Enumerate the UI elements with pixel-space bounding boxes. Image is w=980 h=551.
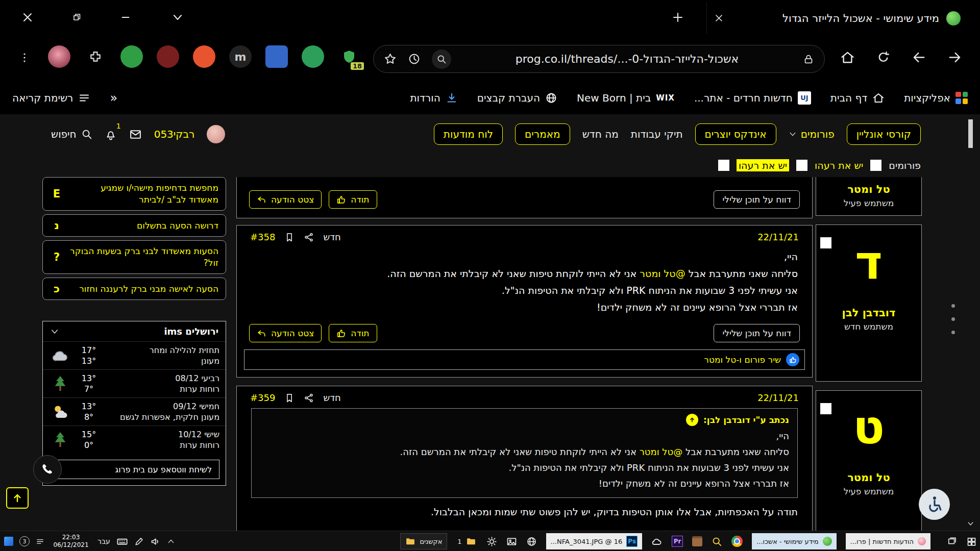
address-bar[interactable]: prog.co.il/threads/...-0-אשכול-הלייזר-הג… [373,45,825,73]
breadcrumb-link[interactable]: יש את רעהו [815,160,863,171]
thanks-button[interactable]: תודה [329,190,377,209]
tab-close-icon[interactable] [714,13,724,23]
search-icon[interactable] [432,49,451,69]
home-button[interactable] [840,50,855,65]
taskbar-active-window[interactable]: מידע שימושי - אשכו... [752,533,836,549]
member-avatar-letter[interactable]: ט [816,402,921,453]
extension-icon-6[interactable] [265,45,288,68]
taskbar-photos-icon[interactable] [506,536,517,547]
accessibility-button[interactable] [919,489,950,520]
taskbar-sun-icon[interactable] [486,536,497,547]
alerts-bell-icon[interactable]: 1 [105,128,117,140]
extension-icon-4[interactable] [193,45,215,68]
similar-thread[interactable]: מחפשת בדחיפות מישהי/ו שמגיע מאשדוד לב"ב … [42,177,226,211]
back-button[interactable] [912,50,926,65]
taskbar-folder-one[interactable]: 1 [456,533,477,549]
scrollbar-thumb[interactable] [968,119,973,148]
bookmark-downloads[interactable]: הורדות [410,92,457,104]
post-date[interactable]: 22/11/21 [757,392,799,403]
browser-tab[interactable]: מידע שימושי - אשכול הלייזר הגדול [706,2,968,34]
nav-whats-new[interactable]: מה חדש [582,128,619,140]
scroll-to-top-button[interactable] [6,487,29,509]
clock[interactable]: 22:03 06/12/2021 [51,534,91,549]
quote-button[interactable]: צטט הודעה [249,324,322,342]
user-avatar[interactable] [207,125,225,143]
window-menu-chevron-icon[interactable] [163,0,192,34]
thread-title[interactable]: מחפשת בדחיפות מישהי/ו שמגיע מאשדוד לב"ב … [68,182,218,206]
similar-thread[interactable]: דרושה הסעה בתשלום נ [42,214,226,237]
language-indicator[interactable]: עבר [97,537,110,545]
window-close-button[interactable] [13,0,42,34]
bookmarks-overflow-chevron[interactable]: « [110,91,117,105]
nav-creators-index[interactable]: אינדקס יוצרים [695,123,776,145]
bookmark-newborn[interactable]: WIX New Born | בית [577,92,675,104]
breadcrumb-link-highlighted[interactable]: יש את רעהו [737,159,789,171]
similar-thread[interactable]: הסעות מאשדוד לבני ברק בשעות הבוקר זול? ? [42,240,226,274]
page-scrollbar[interactable] [967,114,975,531]
share-icon[interactable] [304,393,314,403]
scrollbar-down-icon[interactable] [967,520,974,528]
user-mention[interactable]: @טל ומטר [640,446,683,457]
go-to-quote-icon[interactable] [686,414,698,426]
similar-thread[interactable]: הסעה לאישה מבני ברק לרעננה וחזור כ [42,278,226,300]
extensions-puzzle-icon[interactable] [84,45,107,68]
member-name[interactable]: דובדבן לבן [816,307,921,319]
pen-icon[interactable] [134,537,144,546]
quote-author[interactable]: נכתב ע"י דובדבן לבן: [703,415,789,425]
history-icon[interactable] [408,53,421,65]
member-name[interactable]: טל ומטר [816,471,921,484]
bookmark-icon[interactable] [284,232,295,242]
bookmark-apps[interactable]: אפליקציות [904,92,968,104]
reaction-bar[interactable]: שיר פורום ו-טל ומטר [244,349,805,370]
keyboard-icon[interactable] [116,536,128,547]
extension-icon-5[interactable]: m [229,45,252,68]
nav-online-courses[interactable]: קורסי אונליין [847,123,921,145]
bookmark-star-icon[interactable] [384,53,397,65]
adblock-shield-icon[interactable]: 18 [338,45,360,68]
post-date[interactable]: 22/11/21 [757,232,799,242]
taskbar-cloud-icon[interactable] [651,536,663,547]
page-dots[interactable] [951,304,955,334]
thanks-button[interactable]: תודה [329,324,377,342]
bookmark-home[interactable]: דף הבית [830,92,885,104]
taskbar-box-icon[interactable] [692,536,702,546]
reaction-users[interactable]: שיר פורום ו-טל ומטר [704,355,781,365]
nav-articles[interactable]: מאמרים [515,123,570,145]
member-name[interactable]: טל ומטר [816,183,921,195]
new-tab-button[interactable] [664,0,692,34]
task-view-icon[interactable] [947,536,957,546]
taskbar-photoshop-window[interactable]: ...NFA_3041.JPG @ 16 Ps [546,533,643,549]
post-number[interactable]: #359 [250,392,275,403]
taskbar-search-icon[interactable] [712,536,722,547]
share-icon[interactable] [304,232,314,242]
bookmark-news[interactable]: UJ חדשות חרדים - אתר... [694,91,811,105]
thread-title[interactable]: הסעות מאשדוד לבני ברק בשעות הבוקר זול? [68,245,218,269]
tray-app-icon[interactable] [4,537,13,546]
tray-notes-icon[interactable] [36,537,44,546]
chevron-down-icon[interactable] [789,130,797,138]
start-button[interactable] [966,536,977,547]
whatsapp-chat-bar[interactable]: לשיחת ווטסאפ עם בית פרוג [49,460,219,479]
chrome-icon[interactable] [731,536,743,547]
breadcrumb-forums[interactable]: פורומים [889,160,921,171]
window-restore-button[interactable] [62,0,91,34]
search-button[interactable]: חיפוש [51,128,92,140]
thread-title[interactable]: הסעה לאישה מבני ברק לרעננה וחזור [68,283,218,295]
browser-menu-icon[interactable] [18,52,31,64]
report-button[interactable]: דווח על תוכן שלילי [714,190,800,209]
report-button[interactable]: דווח על תוכן שלילי [714,324,800,342]
bookmark-icon[interactable] [284,393,295,403]
reload-button[interactable] [876,50,891,65]
thread-title[interactable]: דרושה הסעה בתשלום [68,220,218,232]
taskbar-folder-actions[interactable]: אקשנים [400,533,447,549]
nav-portfolios[interactable]: תיקי עבודות [631,128,683,140]
collapse-chevron-icon[interactable] [50,327,59,336]
user-mention[interactable]: @טל ומטר [640,268,685,279]
bookmark-file-transfer[interactable]: העברת קבצים [477,92,557,104]
extension-icon-2[interactable] [120,45,143,68]
forward-button[interactable] [947,50,962,65]
reading-list[interactable]: רשימת קריאה [12,92,90,104]
whatsapp-icon[interactable] [33,455,62,484]
tray-count-badge[interactable]: 3 [19,536,30,546]
hidden-icons-chevron[interactable] [167,537,175,545]
